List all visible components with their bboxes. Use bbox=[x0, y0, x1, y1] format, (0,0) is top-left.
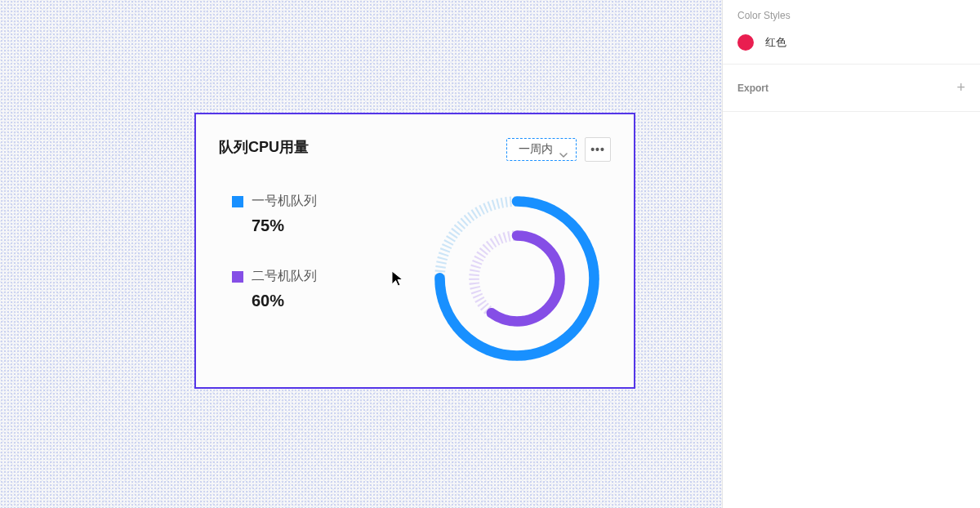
legend-item: 一号机队列 75% bbox=[232, 193, 317, 235]
cpu-usage-widget[interactable]: 队列CPU用量 一周内 ••• bbox=[194, 113, 635, 389]
color-style-label: 红色 bbox=[765, 35, 786, 50]
export-section: Export + bbox=[723, 65, 980, 112]
time-range-dropdown[interactable]: 一周内 bbox=[506, 138, 577, 161]
color-style-row[interactable]: 红色 bbox=[737, 34, 965, 51]
svg-point-1 bbox=[440, 202, 595, 356]
chevron-down-icon bbox=[559, 147, 568, 152]
export-title: Export bbox=[737, 82, 768, 94]
dropdown-label: 一周内 bbox=[519, 142, 553, 157]
widget-body: 一号机队列 75% 二号机队列 60% bbox=[219, 193, 611, 364]
donut-chart bbox=[431, 193, 603, 364]
widget-header: 队列CPU用量 一周内 ••• bbox=[219, 137, 611, 162]
legend-value: 60% bbox=[232, 292, 317, 310]
color-styles-section: Color Styles 红色 bbox=[723, 0, 980, 65]
legend-label: 二号机队列 bbox=[252, 268, 317, 285]
widget-title: 队列CPU用量 bbox=[219, 137, 309, 157]
legend-label: 一号机队列 bbox=[252, 193, 317, 210]
more-options-button[interactable]: ••• bbox=[585, 137, 611, 162]
plus-icon[interactable]: + bbox=[956, 79, 965, 96]
cursor-icon bbox=[390, 270, 405, 287]
color-swatch-icon bbox=[737, 34, 754, 51]
ellipsis-icon: ••• bbox=[590, 143, 605, 156]
color-styles-title: Color Styles bbox=[737, 10, 965, 21]
legend-item: 二号机队列 60% bbox=[232, 268, 317, 310]
widget-controls: 一周内 ••• bbox=[506, 137, 611, 162]
legend-swatch-icon bbox=[232, 196, 243, 207]
properties-panel: Color Styles 红色 Export + bbox=[722, 0, 980, 508]
legend-list: 一号机队列 75% 二号机队列 60% bbox=[219, 193, 317, 364]
legend-swatch-icon bbox=[232, 271, 243, 283]
design-canvas[interactable]: 队列CPU用量 一周内 ••• bbox=[0, 0, 722, 508]
legend-value: 75% bbox=[232, 216, 317, 235]
